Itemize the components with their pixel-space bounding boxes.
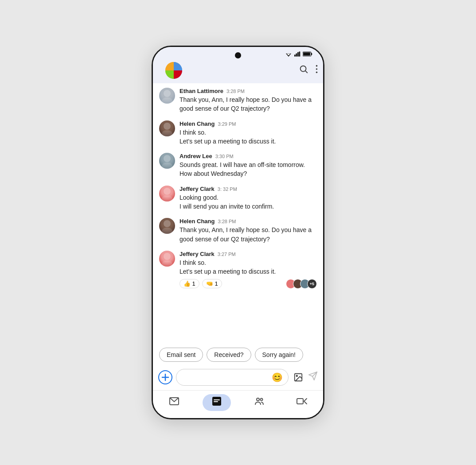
smart-reply-chip[interactable]: Sorry again!	[255, 348, 303, 362]
nav-item-video[interactable]	[288, 394, 316, 411]
message-header: Helen Chang3:28 PM	[179, 218, 317, 225]
group-avatar	[165, 62, 182, 79]
avatar	[159, 120, 175, 136]
group-avatar-cell-2	[174, 62, 182, 70]
svg-rect-5	[299, 51, 300, 56]
message-row: Ethan Lattimore3:28 PMThank you, Ann, I …	[159, 88, 317, 113]
svg-point-24	[164, 253, 171, 260]
group-avatar-cell-1	[165, 62, 174, 70]
message-content: Helen Chang3:29 PMI think so.Let's set u…	[179, 120, 317, 146]
header-actions	[299, 64, 318, 77]
input-bar: 😊	[153, 365, 323, 390]
status-icons	[285, 51, 312, 57]
phone-frame: Ethan Lattimore3:28 PMThank you, Ann, I …	[152, 46, 324, 419]
svg-point-20	[164, 188, 171, 195]
svg-point-23	[162, 228, 172, 234]
message-row: Jeffery Clark3:27 PMI think so.Let's set…	[159, 251, 317, 289]
camera-notch	[235, 52, 241, 58]
svg-rect-7	[311, 53, 312, 55]
message-row: Andrew Lee3:30 PMSounds great. I will ha…	[159, 153, 317, 178]
add-button[interactable]	[158, 370, 172, 384]
sender-name: Jeffery Clark	[179, 251, 215, 257]
svg-rect-4	[297, 52, 299, 57]
emoji-button[interactable]: 😊	[272, 372, 283, 383]
svg-line-10	[305, 71, 307, 73]
message-time: 3:28 PM	[226, 89, 245, 94]
message-header: Andrew Lee3:30 PM	[179, 153, 317, 159]
nav-item-mail[interactable]	[160, 394, 188, 411]
sender-name: Ethan Lattimore	[179, 88, 223, 94]
message-input-wrap[interactable]: 😊	[176, 369, 289, 386]
message-text: Thank you, Ann, I really hope so. Do you…	[179, 95, 317, 113]
avatar	[159, 153, 175, 169]
message-content: Ethan Lattimore3:28 PMThank you, Ann, I …	[179, 88, 317, 113]
video-icon	[297, 396, 307, 409]
avatar	[159, 218, 175, 234]
message-time: 3:29 PM	[218, 121, 236, 127]
status-bar	[153, 47, 323, 58]
reaction-chip[interactable]: 👍 1	[179, 279, 199, 288]
message-time: 3:30 PM	[215, 154, 234, 159]
group-avatar-cell-3	[165, 70, 174, 79]
messages-area: Ethan Lattimore3:28 PMThank you, Ann, I …	[153, 83, 323, 344]
smart-reply-chip[interactable]: Email sent	[159, 348, 203, 362]
message-content: Helen Chang3:28 PMThank you, Ann, I real…	[179, 218, 317, 244]
message-header: Jeffery Clark3:27 PM	[179, 251, 317, 257]
nav-item-chat[interactable]	[203, 394, 231, 411]
avatar	[159, 251, 175, 267]
message-row: Jeffery Clark3: 32 PMLooking good.I will…	[159, 186, 317, 211]
message-text: Sounds great. I will have an off-site to…	[179, 160, 317, 178]
sender-name: Helen Chang	[179, 120, 215, 127]
reaction-chip[interactable]: 🤜 1	[202, 279, 222, 288]
sender-name: Helen Chang	[179, 218, 215, 225]
battery-icon	[303, 51, 312, 57]
back-button[interactable]	[158, 69, 162, 72]
smart-reply-chip[interactable]: Received?	[207, 348, 251, 362]
message-text: Looking good.I will send you an invite t…	[179, 193, 317, 211]
message-content: Jeffery Clark3: 32 PMLooking good.I will…	[179, 186, 317, 211]
svg-point-36	[257, 398, 259, 401]
svg-point-11	[316, 65, 318, 67]
svg-rect-3	[296, 54, 297, 57]
svg-rect-34	[214, 399, 220, 400]
message-row: Helen Chang3:29 PMI think so.Let's set u…	[159, 120, 317, 146]
search-button[interactable]	[299, 64, 308, 77]
send-button[interactable]	[308, 371, 318, 384]
svg-point-19	[162, 163, 172, 169]
svg-point-22	[164, 220, 171, 227]
message-time: 3:28 PM	[218, 219, 236, 224]
avatar	[159, 186, 175, 202]
message-header: Jeffery Clark3: 32 PM	[179, 186, 317, 192]
chat-header	[153, 58, 323, 83]
svg-point-13	[316, 72, 318, 74]
reaction-avatars: +5	[286, 279, 317, 289]
svg-rect-8	[303, 52, 310, 55]
wifi-icon	[285, 51, 292, 57]
message-text: I think so.Let's set up a meeting to dis…	[179, 128, 317, 146]
svg-rect-2	[294, 54, 296, 56]
group-avatar-cell-4	[174, 70, 182, 79]
message-time: 3:27 PM	[218, 252, 236, 257]
svg-rect-35	[214, 401, 218, 402]
svg-point-29	[296, 375, 297, 376]
smart-replies: Email sentReceived?Sorry again!	[153, 344, 323, 365]
bottom-nav	[153, 390, 323, 418]
message-row: Helen Chang3:28 PMThank you, Ann, I real…	[159, 218, 317, 244]
svg-point-16	[164, 123, 171, 130]
message-content: Andrew Lee3:30 PMSounds great. I will ha…	[179, 153, 317, 178]
svg-point-25	[162, 260, 172, 267]
message-time: 3: 32 PM	[218, 186, 237, 192]
mail-icon	[169, 396, 179, 409]
nav-item-people[interactable]	[245, 394, 273, 411]
svg-point-15	[162, 97, 172, 104]
reaction-more: +5	[307, 279, 317, 289]
message-content: Jeffery Clark3:27 PMI think so.Let's set…	[179, 251, 317, 289]
reaction-chips: 👍 1🤜 1	[179, 279, 222, 288]
message-text: I think so.Let's set up a meeting to dis…	[179, 258, 317, 276]
image-button[interactable]	[292, 371, 304, 384]
signal-icon	[294, 51, 300, 57]
chat-icon	[211, 396, 222, 409]
svg-point-12	[316, 68, 318, 70]
svg-point-37	[261, 399, 263, 401]
more-options-button[interactable]	[316, 64, 318, 77]
